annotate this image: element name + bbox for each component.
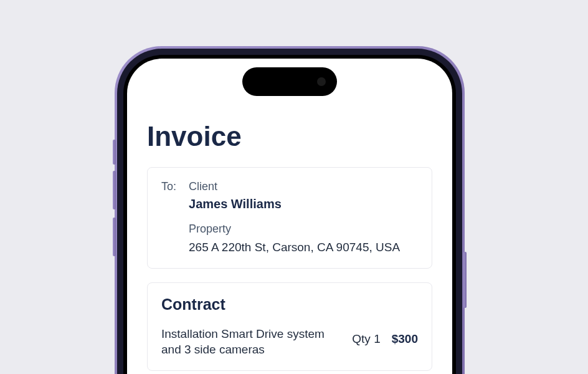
invoice-screen: Invoice To: Client James Williams Proper… [127,59,452,374]
client-field-label: Client [189,180,418,193]
volume-up-button [113,140,116,165]
phone-inner-shell: Invoice To: Client James Williams Proper… [123,55,456,374]
mute-switch [113,218,116,256]
line-item: Installation Smart Drive system and 3 si… [161,326,418,358]
client-name: James Williams [189,197,418,211]
to-label: To: [161,180,176,256]
item-price: $300 [392,326,418,346]
client-details: Client James Williams Property 265 A 220… [189,180,418,256]
page-title: Invoice [147,121,432,152]
phone-screen: Invoice To: Client James Williams Proper… [127,59,452,374]
contract-card: Contract Installation Smart Drive system… [147,282,432,371]
phone-outer-shell: Invoice To: Client James Williams Proper… [117,49,462,374]
property-field-label: Property [189,223,418,236]
client-card: To: Client James Williams Property 265 A… [147,167,432,269]
contract-title: Contract [161,295,418,314]
volume-down-button [113,171,116,209]
item-quantity: Qty 1 [352,326,380,346]
property-address: 265 A 220th St, Carson, CA 90745, USA [189,239,418,256]
item-description: Installation Smart Drive system and 3 si… [161,326,341,358]
client-section: To: Client James Williams Property 265 A… [161,180,418,256]
dynamic-island [242,67,337,96]
power-button [463,252,467,308]
phone-device-frame: Invoice To: Client James Williams Proper… [115,46,465,374]
